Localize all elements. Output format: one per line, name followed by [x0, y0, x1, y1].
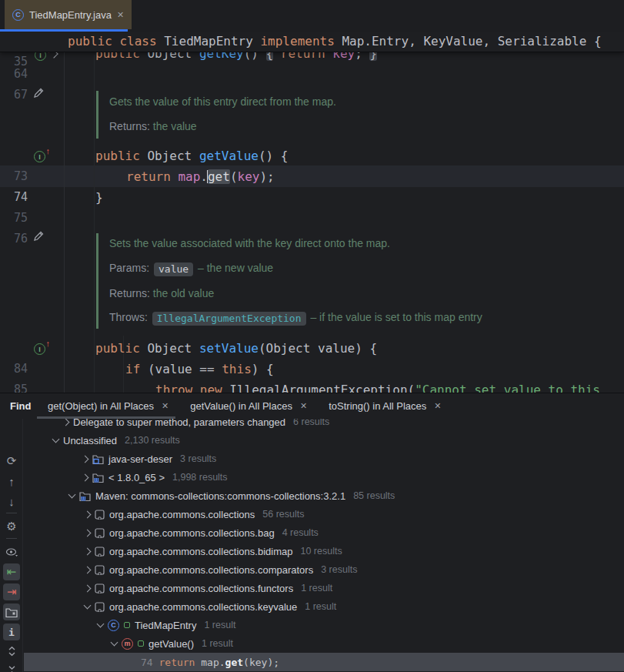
- code-line-75: 75 }: [0, 187, 624, 208]
- doc-comment-returns: Returns: the old value: [109, 286, 214, 301]
- tab-close-icon[interactable]: ✕: [117, 11, 124, 19]
- tree-row-method-getvalue[interactable]: m getValue() 1 result: [0, 634, 624, 653]
- code-line-74: 74 return map.get(key);: [0, 166, 624, 187]
- find-tab-tostring[interactable]: toString() in All Places ✕: [318, 393, 452, 419]
- package-icon: [95, 583, 105, 593]
- tree-row-unclassified[interactable]: Unclassified 2,130 results: [0, 431, 624, 450]
- chevron-right-icon[interactable]: [82, 473, 89, 481]
- code-text: return map.get(key);: [126, 166, 275, 187]
- tree-row-package[interactable]: org.apache.commons.collections.keyvalue …: [0, 597, 624, 616]
- code-text: public Object getValue() {: [95, 145, 288, 166]
- chevron-right-icon[interactable]: [84, 529, 92, 537]
- code-line-76: 76: [0, 208, 624, 229]
- chevron-down-icon[interactable]: [84, 602, 92, 610]
- navigate-up-icon: ↑: [46, 339, 51, 348]
- chevron-right-icon[interactable]: [62, 418, 70, 426]
- code-line-67: 67: [0, 64, 624, 85]
- package-icon: [95, 528, 105, 538]
- java-class-icon: C: [12, 9, 24, 21]
- code-editor[interactable]: 64 public Object getKey() { return key; …: [0, 32, 624, 393]
- exception-chip: IllegalArgumentException: [152, 312, 306, 326]
- package-icon: [95, 547, 105, 557]
- edit-doc-pencil-icon[interactable]: [32, 230, 45, 242]
- chevron-right-icon[interactable]: [84, 547, 92, 555]
- implements-gutter-icon[interactable]: I↑: [34, 151, 45, 162]
- tree-row-package[interactable]: org.apache.commons.collections.functors …: [0, 579, 624, 597]
- find-header: Find get(Object) in All Places ✕ getValu…: [0, 393, 624, 419]
- usage-code-preview: 74 return map.get(key);: [141, 657, 279, 668]
- find-tab-get-object[interactable]: get(Object) in All Places ✕: [37, 393, 179, 419]
- tree-row-usage-result-selected[interactable]: 74 return map.get(key);: [24, 653, 624, 671]
- chevron-down-icon[interactable]: [68, 491, 76, 499]
- file-tab-title: TiedMapEntry.java: [29, 9, 112, 21]
- tree-row-package[interactable]: org.apache.commons.collections.bag 4 res…: [0, 523, 624, 542]
- find-results-tree: Delegate to super method, parameters cha…: [0, 393, 624, 672]
- tree-row-jdk[interactable]: < 1.8.0_65 > 1,998 results: [0, 468, 624, 486]
- doc-comment-returns: Returns: the value: [109, 119, 197, 134]
- line-number: 76: [6, 229, 28, 249]
- active-find-tab-underline: [37, 416, 175, 419]
- ide-window: C TiedMapEntry.java ✕ 64 public Object g…: [0, 0, 624, 672]
- doc-comment-bar: [96, 233, 98, 329]
- find-tool-window: Delegate to super method, parameters cha…: [0, 393, 624, 672]
- tab-close-icon[interactable]: ✕: [434, 402, 441, 410]
- find-tab-getvalue[interactable]: getValue() in All Places ✕: [179, 393, 318, 419]
- code-line-86: 86 throw new IllegalArgumentException("C…: [0, 379, 624, 393]
- module-icon: [92, 454, 104, 464]
- tree-row-package[interactable]: org.apache.commons.collections.bidimap 1…: [0, 542, 624, 560]
- code-text: throw new IllegalArgumentException("Cann…: [155, 379, 600, 393]
- editor-tab-bar: C TiedMapEntry.java ✕: [0, 0, 624, 32]
- search-match-highlight: get: [208, 169, 230, 184]
- tab-close-icon[interactable]: ✕: [300, 402, 307, 410]
- chevron-down-icon[interactable]: [97, 620, 105, 628]
- usage-marker-icon: [138, 640, 144, 647]
- chevron-down-icon[interactable]: [111, 639, 118, 647]
- find-tabs: get(Object) in All Places ✕ getValue() i…: [37, 393, 452, 419]
- code-text: public Object setValue(Object value) {: [95, 338, 377, 359]
- find-panel-title: Find: [10, 393, 31, 419]
- sticky-class-line[interactable]: 35 public class TiedMapEntry implements …: [0, 32, 624, 52]
- jdk-icon: [92, 473, 104, 483]
- code-line-73: 73 public Object getValue() {: [0, 145, 624, 166]
- doc-comment-params: Params: value – the new value: [109, 260, 273, 276]
- doc-comment-throws: Throws: IllegalArgumentException – if th…: [109, 309, 482, 325]
- implements-gutter-icon[interactable]: I↑: [34, 343, 45, 355]
- tab-close-icon[interactable]: ✕: [162, 402, 169, 410]
- java-class-icon: C: [108, 620, 119, 631]
- file-tab-tiedmapentry[interactable]: C TiedMapEntry.java ✕: [5, 0, 132, 29]
- line-number: 35: [6, 52, 28, 72]
- package-icon: [95, 510, 105, 520]
- tree-row-module[interactable]: java-ser-deser 3 results: [0, 450, 624, 468]
- chevron-right-icon[interactable]: [82, 455, 89, 463]
- chevron-right-icon[interactable]: [84, 584, 92, 592]
- chevron-right-icon[interactable]: [84, 566, 92, 573]
- doc-comment-text: Sets the value associated with the key d…: [109, 236, 390, 251]
- code-text: public class TiedMapEntry implements Map…: [68, 32, 602, 52]
- chevron-right-icon[interactable]: [84, 510, 92, 518]
- usage-marker-icon: [124, 622, 130, 628]
- doc-comment-bar: [96, 91, 98, 139]
- navigate-up-icon: ↑: [46, 146, 51, 155]
- code-text: if (value == this) {: [125, 359, 274, 379]
- library-icon: [79, 491, 91, 501]
- param-name-chip: value: [154, 262, 193, 276]
- chevron-down-icon[interactable]: [52, 436, 60, 443]
- code-text: }: [95, 187, 103, 208]
- tree-row-class-tiedmapentry[interactable]: C TiedMapEntry 1 result: [0, 616, 624, 634]
- java-method-icon: m: [122, 638, 133, 650]
- package-icon: [95, 602, 105, 612]
- code-line-84: 84 public Object setValue(Object value) …: [0, 338, 624, 359]
- tree-row-package[interactable]: org.apache.commons.collections 56 result…: [0, 505, 624, 523]
- package-icon: [95, 565, 105, 575]
- code-line-85: 85 if (value == this) {: [0, 359, 624, 379]
- tree-row-package[interactable]: org.apache.commons.collections.comparato…: [0, 560, 624, 579]
- tree-row-maven-library[interactable]: Maven: commons-collections:commons-colle…: [0, 486, 624, 505]
- doc-comment-text: Gets the value of this entry direct from…: [109, 94, 336, 109]
